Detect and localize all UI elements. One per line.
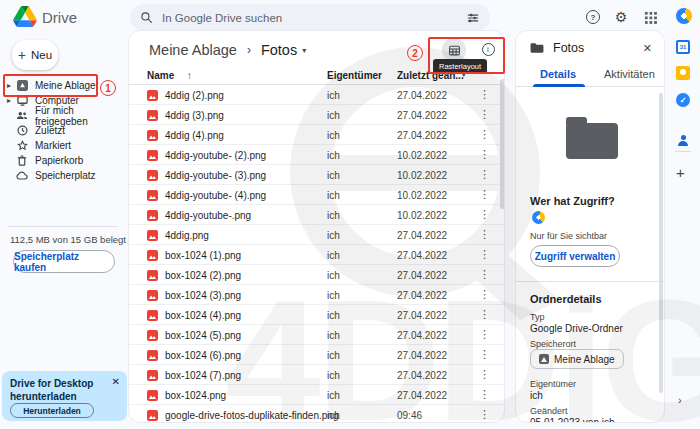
- google-apps-grid-icon[interactable]: [642, 9, 658, 25]
- list-scrollbar[interactable]: [500, 79, 505, 209]
- more-options-icon[interactable]: ⋮: [479, 168, 490, 181]
- more-options-icon[interactable]: ⋮: [479, 108, 490, 121]
- table-row[interactable]: 4ddig-youtube- (4).png ich 10.02.2022 ⋮: [129, 185, 504, 205]
- search-options-icon[interactable]: [466, 11, 480, 25]
- file-name[interactable]: 4ddig (2).png: [165, 90, 224, 101]
- file-modified: 27.04.2022: [397, 250, 447, 261]
- more-options-icon[interactable]: ⋮: [479, 88, 490, 101]
- file-name[interactable]: box-1024 (5).png: [165, 330, 241, 341]
- file-modified: 27.04.2022: [397, 290, 447, 301]
- more-options-icon[interactable]: ⋮: [479, 308, 490, 321]
- file-name[interactable]: 4ddig-youtube- (4).png: [165, 190, 266, 201]
- buy-storage-button[interactable]: Speicherplatz kaufen: [13, 250, 115, 273]
- file-name[interactable]: google-drive-fotos-duplikate-finden.png: [165, 410, 338, 421]
- column-name[interactable]: Name: [147, 70, 174, 81]
- file-modified: 27.04.2022: [397, 90, 447, 101]
- more-options-icon[interactable]: ⋮: [479, 248, 490, 261]
- file-name[interactable]: 4ddig (4).png: [165, 130, 224, 141]
- file-name[interactable]: 4ddig-youtube-.png: [165, 210, 251, 221]
- location-label: Speicherort: [530, 339, 576, 349]
- table-row[interactable]: 4ddig (4).png ich 27.04.2022 ⋮: [129, 125, 504, 145]
- location-chip[interactable]: Meine Ablage: [530, 349, 624, 369]
- search-input[interactable]: In Google Drive suchen: [130, 4, 490, 31]
- table-row[interactable]: box-1024 (4).png ich 27.04.2022 ⋮: [129, 305, 504, 325]
- calendar-icon[interactable]: 31: [676, 40, 690, 54]
- file-name[interactable]: 4ddig-youtube- (3).png: [165, 170, 266, 181]
- contacts-icon[interactable]: [676, 134, 690, 148]
- file-modified: 27.04.2022: [397, 270, 447, 281]
- close-icon[interactable]: ✕: [643, 42, 652, 55]
- sidebar-item-speicherplatz[interactable]: Speicherplatz: [0, 168, 128, 183]
- file-name[interactable]: 4ddig.png: [165, 230, 209, 241]
- breadcrumb-root[interactable]: Meine Ablage: [149, 42, 237, 58]
- download-button[interactable]: Herunterladen: [10, 403, 94, 418]
- more-options-icon[interactable]: ⋮: [479, 388, 490, 401]
- collapse-panel-icon[interactable]: ›: [678, 394, 682, 406]
- table-row[interactable]: 4ddig-youtube- (2).png ich 10.02.2022 ⋮: [129, 145, 504, 165]
- close-icon[interactable]: ✕: [112, 376, 120, 387]
- image-file-icon: [147, 250, 158, 261]
- more-options-icon[interactable]: ⋮: [479, 288, 490, 301]
- chevron-down-icon[interactable]: ▾: [302, 46, 306, 55]
- file-name[interactable]: box-1024 (3).png: [165, 290, 241, 301]
- file-name[interactable]: box-1024 (2).png: [165, 270, 241, 281]
- table-row[interactable]: box-1024.png ich 27.04.2022 ⋮: [129, 385, 504, 405]
- more-options-icon[interactable]: ⋮: [479, 328, 490, 341]
- file-modified: 10.02.2022: [397, 190, 447, 201]
- more-options-icon[interactable]: ⋮: [479, 348, 490, 361]
- new-button[interactable]: + Neu: [12, 40, 58, 70]
- sort-asc-icon[interactable]: ↑: [187, 70, 192, 81]
- more-options-icon[interactable]: ⋮: [479, 228, 490, 241]
- table-row[interactable]: box-1024 (5).png ich 27.04.2022 ⋮: [129, 325, 504, 345]
- column-owner[interactable]: Eigentümer: [327, 70, 382, 81]
- more-options-icon[interactable]: ⋮: [479, 408, 490, 421]
- table-row[interactable]: 4ddig-youtube-.png ich 10.02.2022 ⋮: [129, 205, 504, 225]
- table-row[interactable]: box-1024 (1).png ich 27.04.2022 ⋮: [129, 245, 504, 265]
- table-row[interactable]: box-1024 (3).png ich 27.04.2022 ⋮: [129, 285, 504, 305]
- table-row[interactable]: 4ddig-youtube- (3).png ich 10.02.2022 ⋮: [129, 165, 504, 185]
- more-options-icon[interactable]: ⋮: [479, 208, 490, 221]
- table-row[interactable]: box-1024 (2).png ich 27.04.2022 ⋮: [129, 265, 504, 285]
- file-name[interactable]: 4ddig (3).png: [165, 110, 224, 121]
- more-options-icon[interactable]: ⋮: [479, 128, 490, 141]
- table-row[interactable]: 4ddig.png ich 27.04.2022 ⋮: [129, 225, 504, 245]
- more-options-icon[interactable]: ⋮: [479, 148, 490, 161]
- file-name[interactable]: box-1024 (7).png: [165, 370, 241, 381]
- table-row[interactable]: box-1024 (6).png ich 27.04.2022 ⋮: [129, 345, 504, 365]
- keep-icon[interactable]: [676, 66, 690, 80]
- settings-gear-icon[interactable]: ⚙: [613, 9, 629, 25]
- promo-text: Drive for Desktop herunterladen: [10, 378, 110, 403]
- manage-access-button[interactable]: Zugriff verwalten: [530, 245, 620, 267]
- breadcrumb-current[interactable]: Fotos: [261, 42, 297, 58]
- table-row[interactable]: 4ddig (3).png ich 27.04.2022 ⋮: [129, 105, 504, 125]
- sidebar-item-markiert[interactable]: Markiert: [0, 138, 128, 153]
- access-note: Nur für Sie sichtbar: [530, 231, 607, 241]
- more-options-icon[interactable]: ⋮: [479, 268, 490, 281]
- tab-details[interactable]: Details: [540, 68, 576, 80]
- image-file-icon: [147, 190, 158, 201]
- file-name[interactable]: box-1024.png: [165, 390, 226, 401]
- expander-icon[interactable]: ▸: [7, 96, 16, 105]
- tab-aktivitaeten[interactable]: Aktivitäten: [604, 68, 655, 80]
- file-name[interactable]: box-1024 (4).png: [165, 310, 241, 321]
- image-file-icon: [147, 290, 158, 301]
- table-row[interactable]: box-1024 (7).png ich 27.04.2022 ⋮: [129, 365, 504, 385]
- help-icon[interactable]: ?: [585, 9, 601, 25]
- panel-scrollbar[interactable]: [659, 93, 663, 393]
- more-options-icon[interactable]: ⋮: [479, 188, 490, 201]
- more-options-icon[interactable]: ⋮: [479, 368, 490, 381]
- image-file-icon: [147, 390, 158, 401]
- table-row[interactable]: google-drive-fotos-duplikate-finden.png …: [129, 405, 504, 423]
- file-name[interactable]: box-1024 (1).png: [165, 250, 241, 261]
- table-row[interactable]: 4ddig (2).png ich 27.04.2022 ⋮: [129, 85, 504, 105]
- drive-logo-icon: [13, 6, 37, 27]
- sidebar-item-freigegeben[interactable]: Für mich freigegeben: [0, 108, 128, 123]
- sidebar-item-papierkorb[interactable]: Papierkorb: [0, 153, 128, 168]
- tasks-icon[interactable]: ✓: [676, 93, 690, 107]
- image-file-icon: [147, 270, 158, 281]
- file-name[interactable]: 4ddig-youtube- (2).png: [165, 150, 266, 161]
- file-name[interactable]: box-1024 (6).png: [165, 350, 241, 361]
- file-owner: ich: [327, 210, 340, 221]
- star-icon: [16, 140, 28, 152]
- add-addon-icon[interactable]: +: [676, 164, 685, 181]
